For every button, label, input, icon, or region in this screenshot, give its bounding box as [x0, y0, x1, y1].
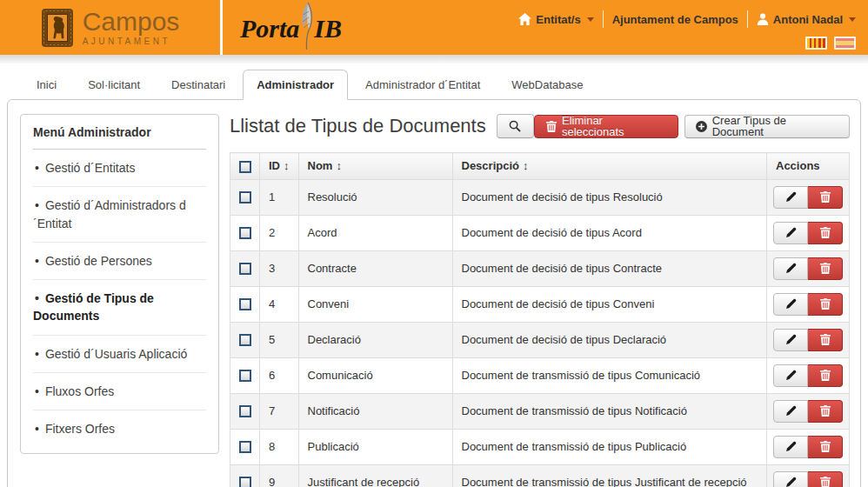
sidebar-item[interactable]: •Gestió d´Entitats	[33, 150, 206, 187]
delete-button[interactable]	[808, 257, 843, 280]
cell-descripcio: Document de decisió de tipus Resolució	[452, 179, 767, 215]
content-container: Menú Administrador •Gestió d´Entitats•Ge…	[7, 99, 861, 487]
row-checkbox[interactable]	[239, 477, 251, 487]
sidebar-title: Menú Administrador	[33, 125, 206, 150]
cell-descripcio: Document de decisió de tipus Contracte	[452, 250, 767, 286]
delete-button[interactable]	[808, 293, 843, 316]
main-nav-tabs: IniciSol·licitantDestinatariAdministrado…	[0, 70, 868, 100]
cell-nom: Declaració	[298, 322, 452, 357]
bullet-icon: •	[35, 345, 39, 363]
edit-button[interactable]	[773, 471, 808, 487]
pencil-icon	[785, 334, 797, 345]
delete-button[interactable]	[808, 471, 843, 487]
edit-button[interactable]	[773, 186, 808, 209]
cell-id: 7	[260, 393, 299, 429]
edit-button[interactable]	[773, 222, 808, 244]
brand-part2: IB	[314, 14, 342, 43]
cell-nom: Notificació	[298, 393, 452, 429]
column-header-nom[interactable]: Nom↕	[298, 153, 452, 180]
cell-id: 5	[260, 322, 299, 357]
cell-nom: Publicació	[298, 429, 452, 464]
campos-logo[interactable]: Campos AJUNTAMENT	[0, 0, 220, 55]
cell-id: 9	[260, 464, 299, 487]
nav-tab[interactable]: Destinatari	[157, 70, 239, 100]
delete-button[interactable]	[808, 364, 843, 387]
edit-button[interactable]	[773, 400, 808, 423]
trash-icon	[820, 263, 831, 274]
entity-menu-label: Entitat/s	[536, 13, 580, 26]
brand-part1: Porta	[240, 14, 299, 43]
pencil-icon	[785, 370, 797, 381]
header-divider	[220, 0, 223, 55]
row-checkbox[interactable]	[239, 227, 251, 239]
pencil-icon	[785, 263, 797, 274]
sidebar-item[interactable]: •Gestió de Persones	[33, 243, 206, 280]
edit-button[interactable]	[773, 257, 808, 280]
sidebar-item[interactable]: •Gestió de Tipus de Documents	[33, 280, 206, 336]
delete-button[interactable]	[808, 222, 843, 244]
header-separator	[747, 10, 748, 28]
edit-button[interactable]	[773, 436, 808, 458]
edit-button[interactable]	[773, 293, 808, 316]
sidebar-item[interactable]: •Gestió d´Usuaris Aplicació	[33, 336, 206, 373]
sort-icon: ↕	[284, 159, 290, 172]
column-header-descripcio[interactable]: Descripció↕	[452, 153, 767, 180]
cell-descripcio: Document de decisió de tipus Conveni	[452, 286, 767, 322]
nav-tab[interactable]: Inici	[23, 70, 70, 100]
cell-id: 6	[260, 357, 299, 393]
caret-down-icon	[849, 17, 856, 22]
edit-button[interactable]	[773, 364, 808, 387]
cell-nom: Acord	[298, 215, 452, 250]
edit-button[interactable]	[773, 329, 808, 351]
row-actions	[773, 329, 843, 351]
column-header-id[interactable]: ID↕	[260, 153, 299, 180]
caret-down-icon	[587, 17, 594, 22]
admin-sidebar: Menú Administrador •Gestió d´Entitats•Ge…	[20, 114, 219, 454]
cell-nom: Comunicació	[298, 357, 452, 393]
nav-tab[interactable]: Administrador	[243, 70, 348, 100]
bullet-icon: •	[35, 197, 39, 214]
create-document-type-button[interactable]: Crear Tipus de Document	[684, 115, 850, 138]
cell-id: 1	[260, 179, 299, 215]
delete-button[interactable]	[808, 329, 843, 351]
nav-tab[interactable]: Administrador d´Entitat	[351, 70, 494, 100]
entity-menu[interactable]: Entitat/s	[518, 13, 593, 26]
sidebar-item[interactable]: •Gestió d´Administradors d´Entitat	[33, 187, 206, 243]
spanish-flag-icon[interactable]	[834, 37, 856, 50]
row-checkbox[interactable]	[239, 441, 251, 453]
catalan-flag-icon[interactable]	[805, 37, 827, 50]
nav-tab[interactable]: WebDatabase	[497, 70, 597, 100]
municipality-name: Campos	[83, 9, 180, 35]
nav-tab[interactable]: Sol·licitant	[74, 70, 154, 100]
row-checkbox[interactable]	[239, 370, 251, 382]
portafib-logo[interactable]: Porta IB	[240, 5, 342, 52]
delete-button[interactable]	[808, 400, 843, 423]
cell-nom: Conveni	[298, 286, 452, 322]
pencil-icon	[785, 405, 797, 417]
select-all-checkbox[interactable]	[239, 161, 251, 173]
delete-selected-button[interactable]: Eliminar seleccionats	[534, 115, 678, 138]
cell-nom: Justificant de recepció	[298, 464, 452, 487]
delete-button[interactable]	[808, 436, 843, 458]
header-user-area: Entitat/s Ajuntament de Campos Antoni Na…	[518, 10, 856, 28]
row-checkbox[interactable]	[239, 191, 251, 203]
row-checkbox[interactable]	[239, 334, 251, 346]
user-menu[interactable]: Antoni Nadal	[757, 13, 856, 26]
campos-logo-text: Campos AJUNTAMENT	[83, 9, 180, 46]
sidebar-item[interactable]: •Fluxos Orfes	[33, 373, 206, 410]
row-checkbox[interactable]	[239, 263, 251, 275]
plus-circle-icon	[696, 121, 707, 132]
row-actions	[773, 293, 843, 316]
cell-descripcio: Document de transmissió de tipus Notific…	[452, 393, 767, 429]
row-checkbox[interactable]	[239, 298, 251, 310]
bullet-icon: •	[35, 383, 39, 400]
sort-icon: ↕	[336, 159, 342, 172]
search-button[interactable]	[497, 114, 534, 138]
delete-button[interactable]	[808, 186, 843, 209]
delete-selected-label: Eliminar seleccionats	[562, 115, 666, 137]
create-document-type-label: Crear Tipus de Document	[712, 115, 838, 137]
sidebar-item[interactable]: •Fitxers Orfes	[33, 410, 206, 447]
pencil-icon	[785, 227, 797, 238]
table-row: 5 Declaració Document de decisió de tipu…	[230, 322, 850, 357]
row-checkbox[interactable]	[239, 405, 251, 417]
